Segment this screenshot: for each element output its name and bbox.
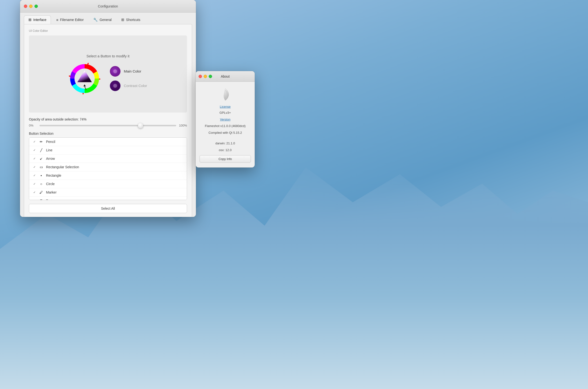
main-color-label: Main Color: [124, 69, 141, 73]
tab-shortcuts-label: Shortcuts: [126, 18, 140, 22]
item-icon-arrow: ↙: [39, 156, 44, 161]
copy-info-button[interactable]: Copy Info: [200, 155, 251, 163]
slider-row: 0% 100%: [29, 124, 187, 127]
flameshot-logo: [217, 87, 233, 102]
checkbox-check-text: ✓: [32, 199, 36, 200]
maximize-button[interactable]: [34, 4, 38, 8]
about-content: License GPLv3+ Version Flameshot v11.0.0…: [196, 82, 255, 152]
about-window-title: About: [221, 74, 230, 78]
about-window-controls: [199, 75, 212, 78]
contrast-color-label: Contrast Color: [124, 84, 147, 88]
config-window-controls: [24, 4, 38, 8]
config-window: Configuration ⊞ Interface ≡ Filename Edi…: [20, 0, 196, 217]
flameshot-logo-svg: [217, 87, 233, 102]
color-buttons-col: Main Color Contrast Color: [110, 66, 147, 91]
item-icon-line: ╱: [39, 148, 44, 153]
slider-min-label: 0%: [29, 124, 37, 127]
config-content: UI Color Editor Select a Button to modif…: [24, 24, 192, 217]
opacity-section: Opacity of area outside selection: 74% 0…: [29, 117, 187, 127]
contrast-color-circle-inner: [113, 84, 117, 88]
checkbox-item-line[interactable]: ✓╱Line: [29, 146, 187, 155]
osx-info: osx: 12.0: [219, 148, 232, 153]
contrast-color-btn[interactable]: Contrast Color: [110, 80, 147, 91]
main-color-circle: [110, 66, 121, 77]
version-link[interactable]: Version: [220, 117, 230, 122]
minimize-button[interactable]: [29, 4, 32, 8]
compiled-with: Compiled with Qt 5.15.2: [209, 130, 242, 135]
item-label-rectangle: Rectangle: [46, 173, 61, 177]
tab-interface-label: Interface: [33, 18, 46, 22]
darwin-info: darwin: 21.1.0: [216, 141, 235, 146]
checkbox-check-line: ✓: [32, 148, 36, 152]
about-close-button[interactable]: [199, 75, 202, 78]
tab-filename-editor[interactable]: ≡ Filename Editor: [52, 15, 88, 24]
item-label-pencil: Pencil: [46, 140, 55, 144]
select-button-text: Select a Button to modify it: [87, 54, 129, 58]
item-label-circle: Circle: [46, 182, 55, 186]
item-icon-text: T: [39, 198, 44, 200]
item-icon-rectangle: ▪: [39, 173, 44, 178]
checkbox-item-arrow[interactable]: ✓↙Arrow: [29, 155, 187, 163]
item-label-rectangular_selection: Rectangular Selection: [46, 165, 79, 169]
interface-icon: ⊞: [29, 18, 31, 22]
version-value: Flameshot v11.0.0 (4680dcd): [205, 124, 246, 129]
checkbox-check-rectangular_selection: ✓: [32, 165, 36, 169]
item-label-text: Text: [46, 199, 52, 200]
contrast-color-circle: [110, 80, 121, 91]
about-minimize-button[interactable]: [204, 75, 207, 78]
tab-general[interactable]: 🔧 General: [89, 15, 116, 24]
main-color-btn[interactable]: Main Color: [110, 66, 147, 77]
filename-editor-icon: ≡: [56, 18, 58, 22]
item-icon-marker: 🖊: [39, 190, 44, 195]
checkbox-list: ✓✏Pencil✓╱Line✓↙Arrow✓▭Rectangular Selec…: [29, 137, 187, 200]
color-wheel-svg: [69, 63, 100, 94]
color-editor-box: Select a Button to modify it: [29, 35, 187, 113]
checkbox-item-marker[interactable]: ✓🖊Marker: [29, 188, 187, 197]
checkbox-check-arrow: ✓: [32, 157, 36, 161]
tab-general-label: General: [99, 18, 112, 22]
color-editor-inner: Select a Button to modify it: [69, 54, 147, 94]
item-icon-circle: ○: [39, 182, 44, 186]
slider-thumb[interactable]: [138, 123, 143, 128]
close-button[interactable]: [24, 4, 27, 8]
button-selection-section: Button Selection ✓✏Pencil✓╱Line✓↙Arrow✓▭…: [29, 131, 187, 200]
checkbox-check-rectangle: ✓: [32, 173, 36, 177]
config-titlebar: Configuration: [20, 0, 196, 13]
checkbox-item-text[interactable]: ✓TText: [29, 197, 187, 200]
checkbox-check-circle: ✓: [32, 182, 36, 186]
checkbox-check-marker: ✓: [32, 190, 36, 194]
about-window: About License GPLv3+ Version Flameshot v…: [196, 71, 255, 167]
checkbox-item-rectangle[interactable]: ✓▪Rectangle: [29, 171, 187, 180]
item-icon-pencil: ✏: [39, 139, 44, 144]
about-titlebar: About: [196, 71, 255, 82]
tab-filename-editor-label: Filename Editor: [60, 18, 84, 22]
general-icon: 🔧: [93, 18, 98, 22]
slider-fill: [39, 125, 141, 126]
button-selection-label: Button Selection: [29, 131, 187, 135]
checkbox-check-pencil: ✓: [32, 140, 36, 144]
item-label-line: Line: [46, 148, 52, 152]
shortcuts-icon: ⊞: [121, 18, 124, 22]
tab-shortcuts[interactable]: ⊞ Shortcuts: [117, 15, 145, 24]
item-icon-rectangular_selection: ▭: [39, 165, 44, 169]
license-link[interactable]: License: [220, 105, 231, 108]
color-wheel[interactable]: [69, 63, 100, 94]
color-controls-row: Main Color Contrast Color: [69, 63, 147, 94]
item-label-marker: Marker: [46, 190, 57, 194]
config-window-title: Configuration: [98, 4, 118, 8]
select-all-button[interactable]: Select All: [29, 204, 187, 213]
tab-bar: ⊞ Interface ≡ Filename Editor 🔧 General …: [20, 13, 196, 24]
main-color-circle-inner: [113, 69, 117, 73]
ui-color-editor-label: UI Color Editor: [29, 29, 187, 32]
checkbox-item-circle[interactable]: ✓○Circle: [29, 180, 187, 188]
opacity-slider-track[interactable]: [39, 125, 176, 126]
tab-interface[interactable]: ⊞ Interface: [24, 15, 51, 24]
checkbox-item-pencil[interactable]: ✓✏Pencil: [29, 138, 187, 146]
slider-max-label: 100%: [179, 124, 187, 127]
opacity-label: Opacity of area outside selection: 74%: [29, 117, 187, 121]
checkbox-item-rectangular_selection[interactable]: ✓▭Rectangular Selection: [29, 163, 187, 171]
license-value: GPLv3+: [219, 110, 231, 115]
item-label-arrow: Arrow: [46, 157, 55, 161]
about-maximize-button[interactable]: [209, 75, 212, 78]
